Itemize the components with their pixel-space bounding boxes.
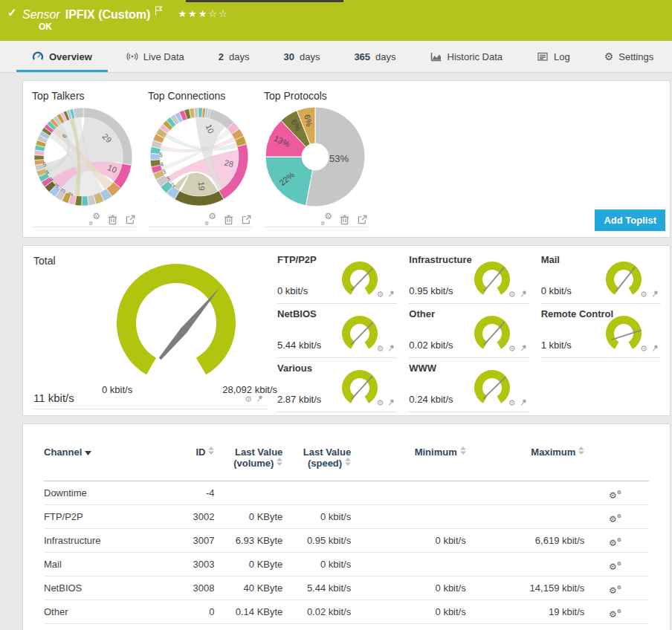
gauge-pin-icon[interactable]	[256, 392, 264, 406]
toplist-delete-icon[interactable]	[223, 214, 234, 225]
toplist-delete-icon[interactable]	[107, 214, 118, 225]
channel-cell: 5.44 kbit/s	[282, 577, 351, 600]
channel-cell: 6.93 KByte	[214, 529, 282, 553]
gauge-icon	[32, 51, 44, 62]
column-header-id[interactable]: ID	[174, 436, 215, 481]
toplist-open-icon[interactable]	[357, 214, 368, 225]
chord-chart[interactable]: 10281923345	[148, 105, 251, 209]
channel-gauge-value: 0 kbit/s	[277, 285, 308, 296]
channel-cell: 0 kbit/s	[351, 600, 466, 624]
gauge-pin-icon[interactable]	[520, 396, 528, 409]
channel-gauge-various: Various2.87 kbit/s⚙	[277, 360, 397, 412]
tab-historic-data[interactable]: Historic Data	[413, 41, 520, 72]
tab-live-data[interactable]: Live Data	[109, 41, 201, 72]
chord-chart[interactable]: 29610233445	[32, 105, 135, 209]
tab-overview[interactable]: Overview	[15, 41, 109, 72]
column-header-minimum[interactable]: Minimum	[351, 436, 466, 481]
toplists-card: Top Talkers29610233445⚙⚙Top Connections1…	[22, 80, 671, 238]
gauge-pin-icon[interactable]	[520, 288, 528, 301]
page-title: IPFIX (Custom)	[65, 8, 151, 21]
channel-cell: 0 kbit/s	[351, 529, 466, 553]
gear-icon: ⚙	[604, 51, 614, 62]
gauge-pin-icon[interactable]	[387, 396, 395, 409]
channel-gauge	[603, 260, 644, 299]
gear-large-glyph: ⚙	[609, 490, 617, 501]
channel-cell: 3008	[174, 577, 215, 600]
tab-days[interactable]: 365days	[337, 41, 413, 72]
channel-cell: Downtime	[44, 481, 174, 505]
toplist-delete-icon[interactable]	[339, 214, 350, 225]
channel-cell	[351, 553, 466, 577]
channel-gauge-actions: ⚙	[508, 342, 528, 355]
toplist-open-icon[interactable]	[241, 214, 252, 225]
toplist-title: Top Connections	[148, 90, 252, 102]
channel-cell: 0.14 KByte	[214, 600, 282, 624]
donut-chart[interactable]: 53%22%13%6%6%	[264, 105, 366, 209]
priority-stars[interactable]: ★★★☆☆	[178, 8, 228, 19]
tab-label: Overview	[49, 51, 92, 62]
tab-days[interactable]: 30days	[266, 41, 337, 72]
toplist-actions: ⚙⚙	[148, 212, 252, 226]
channel-gauge-infrastructure: Infrastructure0.95 kbit/s⚙	[409, 252, 529, 304]
channel-row-ftp-p2p: FTP/P2P30020 KByte0 kbit/s⚙⚙	[44, 505, 649, 529]
gauge-settings-gear-icon[interactable]: ⚙	[508, 290, 516, 299]
gauges-card: Total 0 kbit/s 28,092 kbit/s 11 kbit/s ⚙…	[22, 245, 671, 416]
gauge-settings-gear-icon[interactable]: ⚙	[640, 290, 647, 299]
channel-gauge-actions: ⚙	[508, 288, 528, 301]
gauge-settings-gear-icon[interactable]: ⚙	[376, 344, 384, 354]
toplist-settings-icon[interactable]: ⚙⚙	[88, 214, 100, 224]
sort-desc-icon	[85, 449, 91, 455]
gauge-settings-gear-icon[interactable]: ⚙	[508, 398, 516, 408]
channel-row-other: Other00.14 KByte0.02 kbit/s0 kbit/s19 kb…	[44, 600, 649, 624]
gear-small-glyph: ⚙	[617, 562, 621, 567]
channel-cell: Other	[44, 600, 174, 624]
toplist-settings-icon[interactable]: ⚙⚙	[320, 214, 332, 224]
tab-log[interactable]: Log	[520, 41, 587, 72]
gauge-pin-icon[interactable]	[651, 342, 659, 355]
priority-flag-icon[interactable]	[155, 5, 163, 19]
channel-cell: Infrastructure	[44, 529, 174, 553]
histchart-icon	[430, 51, 442, 62]
gear-small-glyph: ⚙	[204, 221, 209, 227]
toplist-title: Top Talkers	[32, 90, 136, 102]
svg-text:53%: 53%	[329, 153, 349, 164]
add-toplist-button[interactable]: Add Toplist	[595, 210, 665, 231]
gauge-settings-gear-icon[interactable]: ⚙	[640, 344, 647, 354]
gauge-pin-icon[interactable]	[520, 342, 528, 355]
channel-gauge-actions: ⚙	[640, 288, 659, 301]
channel-table-card: ChannelIDLast Value (volume)Last Value (…	[22, 423, 671, 630]
channel-gauge-value: 0.02 kbit/s	[409, 340, 453, 351]
gauge-pin-icon[interactable]	[651, 288, 659, 301]
channel-gauge-value: 1 kbit/s	[541, 340, 572, 351]
channel-gauge-value: 0.95 kbit/s	[409, 285, 453, 296]
gauge-settings-gear-icon[interactable]: ⚙	[245, 394, 252, 404]
toplist-open-icon[interactable]	[125, 214, 136, 225]
status-ok-check-icon: ✓	[7, 6, 17, 19]
column-header-last-value-speed-[interactable]: Last Value (speed)	[282, 436, 351, 481]
gauge-pin-icon[interactable]	[387, 342, 395, 355]
channel-gauge	[471, 368, 513, 407]
column-header-maximum[interactable]: Maximum	[466, 436, 585, 481]
gauge-pin-icon[interactable]	[387, 288, 395, 301]
column-header-channel[interactable]: Channel	[44, 436, 174, 481]
toplist-settings-icon[interactable]: ⚙⚙	[204, 214, 216, 224]
channel-gauge	[471, 314, 513, 353]
channel-settings-cell: ⚙⚙	[584, 505, 649, 529]
gauge-settings-gear-icon[interactable]: ⚙	[376, 290, 384, 299]
log-icon	[537, 51, 549, 62]
channel-cell: 0.02 kbit/s	[282, 600, 351, 624]
channel-cell: 3002	[174, 505, 215, 529]
column-header-last-value-volume-[interactable]: Last Value (volume)	[214, 436, 282, 481]
gauge-settings-gear-icon[interactable]: ⚙	[508, 344, 516, 354]
svg-text:19: 19	[197, 181, 207, 191]
tab-settings[interactable]: ⚙Settings	[587, 41, 671, 72]
channel-cell	[282, 481, 351, 505]
tab-days[interactable]: 2days	[201, 41, 267, 72]
tab-label: Log	[554, 51, 570, 62]
gear-large-glyph: ⚙	[92, 211, 100, 221]
channel-gauge-netbios: NetBIOS5.44 kbit/s⚙	[277, 306, 397, 358]
toplist-actions: ⚙⚙	[264, 212, 368, 226]
channel-gauge-value: 2.87 kbit/s	[277, 394, 321, 405]
channel-gauge	[339, 314, 381, 353]
gauge-settings-gear-icon[interactable]: ⚙	[376, 398, 384, 408]
